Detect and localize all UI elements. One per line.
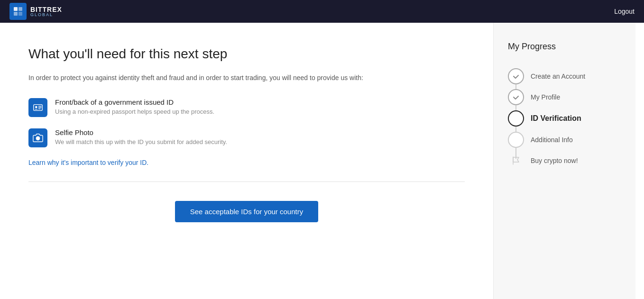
step-circle-additional-info [508, 132, 524, 148]
requirement-selfie: Selfie Photo We will match this up with … [28, 128, 465, 147]
progress-title: My Progress [508, 42, 621, 52]
step-label-id-verification: ID Verification [531, 108, 581, 129]
step-label-additional-info: Additional Info [531, 129, 573, 150]
progress-sidebar: My Progress Create an Account [493, 23, 635, 299]
svg-point-10 [36, 136, 39, 140]
step-circle-my-profile [508, 89, 524, 105]
svg-point-5 [35, 106, 37, 109]
bittrex-logo-icon [9, 3, 27, 20]
main-content: What you'll need for this next step In o… [0, 23, 493, 299]
selfie-subtitle: We will match this up with the ID you su… [55, 138, 227, 145]
progress-steps: Create an Account My Profile ID Verifica… [508, 66, 621, 171]
logout-button[interactable]: Logout [614, 8, 635, 15]
step-buy-crypto: Buy crypto now! [508, 150, 621, 171]
step-label-buy-crypto: Buy crypto now! [531, 150, 578, 171]
step-circle-id-verification [508, 110, 524, 127]
gov-id-content: Front/back of a government issued ID Usi… [55, 98, 214, 115]
gov-id-title: Front/back of a government issued ID [55, 98, 214, 106]
selfie-content: Selfie Photo We will match this up with … [55, 128, 227, 145]
step-id-verification: ID Verification [508, 108, 621, 129]
camera-icon [28, 128, 47, 147]
step-my-profile: My Profile [508, 87, 621, 108]
page-description: In order to protect you against identity… [28, 73, 465, 83]
see-acceptable-ids-button[interactable]: See acceptable IDs for your country [175, 201, 318, 222]
step-circle-create-account [508, 68, 524, 84]
step-create-account: Create an Account [508, 66, 621, 87]
page-title: What you'll need for this next step [28, 46, 465, 62]
svg-rect-2 [14, 12, 18, 16]
header: BITTREX GLOBAL Logout [0, 0, 644, 23]
step-label-my-profile: My Profile [531, 87, 560, 108]
learn-why-link[interactable]: Learn why it's important to verify your … [28, 159, 465, 166]
gov-id-subtitle: Using a non-expired passport helps speed… [55, 108, 214, 115]
logo-area: BITTREX GLOBAL [9, 3, 62, 20]
svg-rect-3 [18, 12, 22, 16]
flag-icon [508, 153, 524, 169]
svg-rect-0 [14, 7, 18, 11]
id-card-icon [28, 98, 47, 117]
section-divider [28, 181, 465, 182]
cta-area: See acceptable IDs for your country [28, 201, 465, 222]
svg-rect-1 [18, 7, 22, 11]
logo-text-area: BITTREX GLOBAL [30, 6, 62, 17]
requirement-gov-id: Front/back of a government issued ID Usi… [28, 98, 465, 117]
page-layout: What you'll need for this next step In o… [0, 23, 644, 299]
step-label-create-account: Create an Account [531, 66, 585, 87]
step-additional-info: Additional Info [508, 129, 621, 150]
selfie-title: Selfie Photo [55, 128, 227, 136]
